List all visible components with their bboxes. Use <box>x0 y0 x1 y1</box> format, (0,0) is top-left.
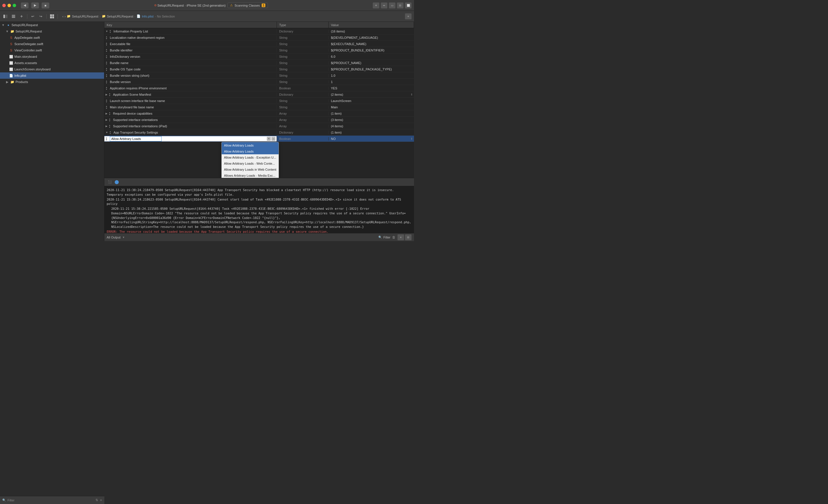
view-btn1[interactable]: ≡ <box>397 234 404 240</box>
dropdown-item-aal1[interactable]: Allow Arbitrary Loads <box>222 142 279 148</box>
console-icon[interactable]: ⬛ <box>107 179 113 185</box>
add-button[interactable]: + <box>18 13 25 19</box>
stepper-vs[interactable]: ▲▼ <box>106 74 108 78</box>
stepper-root[interactable]: ▲▼ <box>109 29 111 33</box>
value-ls: LaunchScreen <box>329 99 414 103</box>
add-row-button[interactable]: + <box>267 137 271 141</box>
dropdown-item-webcontent[interactable]: Allow Arbitrary Loads in Web Content <box>222 166 279 172</box>
dropdown-item-exception[interactable]: Allow Arbitrary Loads - Exception U... <box>222 154 279 161</box>
grid-view-button[interactable] <box>49 13 55 19</box>
layout-button1[interactable]: ▭ <box>389 2 396 9</box>
add-tab-button[interactable]: + <box>373 2 379 9</box>
plist-row-executable[interactable]: ▲▼ Executable file String $(EXECUTABLE_N… <box>105 41 414 47</box>
sidebar-item-project[interactable]: ▼ ● SetupURLRequest <box>0 22 104 28</box>
sidebar-item-assets[interactable]: ⬜ Assets.xcassets <box>0 60 104 66</box>
stepper-bid[interactable]: ▲▼ <box>106 48 108 52</box>
separator3 <box>57 14 58 19</box>
hierarchy-toggle[interactable] <box>10 13 17 19</box>
stepper-ri[interactable]: ▲▼ <box>106 86 108 90</box>
console-footer: All Output ▼ 🔍 Filter 🗑 ≡ ⊟ <box>105 233 414 241</box>
expand-appscene[interactable]: ▶ <box>106 93 108 96</box>
plist-row-bundlename[interactable]: ▲▼ Bundle name String $(PRODUCT_NAME) <box>105 60 414 66</box>
expand-orient-ipad[interactable]: ▶ <box>106 125 108 128</box>
sidebar-item-appdelegate[interactable]: S AppDelegate.swift <box>0 35 104 41</box>
expand-reqcap[interactable]: ▶ <box>106 112 108 115</box>
console-footer-left: All Output ▼ <box>107 236 125 239</box>
type-vs: String <box>277 74 329 77</box>
bc-chevron-left[interactable]: ‹ <box>63 15 64 18</box>
plist-row-root[interactable]: ▼ ▲▼ Information Property List Dictionar… <box>105 28 414 35</box>
expand-ats[interactable]: ▼ <box>106 131 108 134</box>
sidebar-item-products[interactable]: ▶ 📁 Products <box>0 79 104 85</box>
plist-row-orientations-ipad[interactable]: ▶ ▲▼ Supported interface orientations (i… <box>105 123 414 129</box>
plist-row-appscene[interactable]: ▶ ▲▼ Application Scene Manifest Dictiona… <box>105 91 414 98</box>
plist-row-aal[interactable]: ▲▼ + – Boolean NO ⇕ Allow Arbitrary Load… <box>105 136 414 142</box>
bc-chevron-right[interactable]: › <box>65 15 66 18</box>
back-button[interactable]: ◀ <box>21 2 29 9</box>
stepper-aal[interactable]: ▲▼ <box>106 137 108 141</box>
plist-header: Key Type Value <box>105 22 414 28</box>
scenedelegate-label: SceneDelegate.swift <box>14 42 43 46</box>
sidebar-item-mainstoryboard[interactable]: ⬜ Main.storyboard <box>0 53 104 60</box>
stepper-idict[interactable]: ▲▼ <box>106 55 108 59</box>
plist-row-requiresiphone[interactable]: ▲▼ Application requires iPhone environme… <box>105 85 414 91</box>
sidebar-item-group[interactable]: ▼ 📁 SetupURLRequest <box>0 28 104 35</box>
trash-icon[interactable]: 🗑 <box>392 235 396 239</box>
stepper-ms[interactable]: ▲▼ <box>106 105 108 109</box>
layout-button2[interactable]: ⊟ <box>397 2 404 9</box>
stepper-as[interactable]: ▲▼ <box>109 93 111 97</box>
plist-row-ostype[interactable]: ▲▼ Bundle OS Type code String $(PRODUCT_… <box>105 66 414 73</box>
expand-orient[interactable]: ▶ <box>106 119 108 121</box>
plist-row-infodict[interactable]: ▲▼ InfoDictionary version String 6.0 <box>105 53 414 60</box>
inspector-toggle[interactable]: ≡ <box>405 13 412 19</box>
plist-row-versionshort[interactable]: ▲▼ Bundle version string (short) String … <box>105 73 414 79</box>
stepper-rc[interactable]: ▲▼ <box>109 111 111 116</box>
stepper-orient-ipad[interactable]: ▲▼ <box>109 124 111 128</box>
undo-button[interactable]: ↩ <box>30 13 36 19</box>
stepper-exec[interactable]: ▲▼ <box>106 42 108 46</box>
dropdown-item-aal2[interactable]: Allow Arbitrary Loads <box>222 148 279 154</box>
tab-area: ⚠ Scanning Classes 1 <box>227 3 268 8</box>
plist-row-orientations[interactable]: ▶ ▲▼ Supported interface orientations Ar… <box>105 117 414 123</box>
plist-row-localization[interactable]: ▲▼ Localization native development regio… <box>105 35 414 41</box>
type-ost: String <box>277 67 329 71</box>
stepper-bn[interactable]: ▲▼ <box>106 61 108 65</box>
sidebar-item-scenedelegate[interactable]: S SceneDelegate.swift <box>0 41 104 47</box>
stepper-loc[interactable]: ▲▼ <box>106 36 108 40</box>
key-root-label: Information Property List <box>114 30 148 33</box>
main-layout: ▼ ● SetupURLRequest ▼ 📁 SetupURLRequest … <box>0 22 414 241</box>
redo-button[interactable]: ↪ <box>38 13 44 19</box>
plist-row-launchscreen[interactable]: ▲▼ Launch screen interface file base nam… <box>105 98 414 104</box>
navigator-toggle[interactable] <box>2 13 9 19</box>
stop-button[interactable]: ■ <box>41 2 49 9</box>
stepper-ls[interactable]: ▲▼ <box>106 99 108 103</box>
sidebar-item-viewcontroller[interactable]: S ViewController.swift <box>0 47 104 53</box>
key-aal-input[interactable] <box>110 136 162 141</box>
stepper-ost[interactable]: ▲▼ <box>106 67 108 71</box>
plist-row-reqcap[interactable]: ▶ ▲▼ Required device capabilities Array … <box>105 110 414 117</box>
output-caret[interactable]: ▼ <box>122 236 125 239</box>
plist-row-ats[interactable]: ▼ ▲▼ App Transport Security Settings Dic… <box>105 129 414 136</box>
stepper-orient[interactable]: ▲▼ <box>109 118 111 122</box>
dd-webconte-label: Allow Arbitrary Loads - Web Conte... <box>224 162 275 165</box>
run-button[interactable]: ▶ <box>31 2 39 9</box>
stepper-v[interactable]: ▲▼ <box>106 80 108 84</box>
plist-row-mainstoryboard[interactable]: ▲▼ Main storyboard file base name String… <box>105 104 414 110</box>
minimize-button[interactable] <box>7 4 11 7</box>
split-view-button[interactable]: ⇔ <box>381 2 387 9</box>
dropdown-item-webconte[interactable]: Allow Arbitrary Loads - Web Conte... <box>222 161 279 166</box>
expand-root[interactable]: ▼ <box>106 30 108 33</box>
view-btn2[interactable]: ⊟ <box>405 234 412 240</box>
remove-row-button[interactable]: – <box>272 137 276 141</box>
sidebar-item-infoplist[interactable]: 📄 Info.plist <box>0 73 104 79</box>
bc-sep3: › <box>155 15 156 18</box>
fullscreen-button[interactable] <box>13 4 16 7</box>
type-as: Dictionary <box>277 93 329 96</box>
dropdown-item-mediaexc[interactable]: Allows Arbitrary Loads - Media Exc... <box>222 172 279 178</box>
plist-row-bundleid[interactable]: ▲▼ Bundle identifier String $(PRODUCT_BU… <box>105 47 414 53</box>
close-button[interactable] <box>2 4 6 7</box>
plist-row-version[interactable]: ▲▼ Bundle version String 1 <box>105 79 414 85</box>
sidebar-item-launchscreen[interactable]: ⬜ LaunchScreen.storyboard <box>0 66 104 73</box>
stepper-ats[interactable]: ▲▼ <box>109 131 111 134</box>
layout-button3[interactable]: ⬜ <box>405 2 412 9</box>
